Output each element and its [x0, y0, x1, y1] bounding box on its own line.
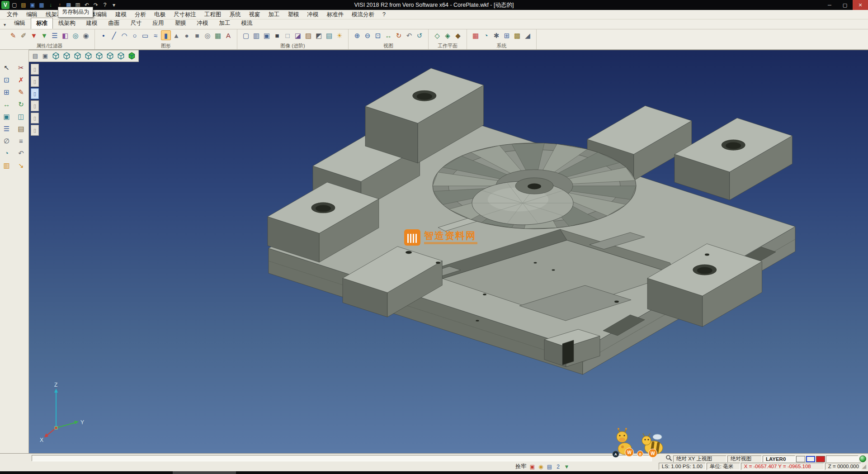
line-icon[interactable]: ╱: [109, 30, 119, 40]
circle-icon[interactable]: ○: [130, 30, 140, 40]
view-preset-4-icon[interactable]: ▯: [31, 100, 39, 111]
pin-icon[interactable]: ▼: [563, 463, 571, 470]
snap-lock-label[interactable]: 拴牢: [515, 463, 526, 470]
settings-icon[interactable]: ✱: [491, 30, 501, 40]
visi-logo[interactable]: V: [1, 1, 9, 9]
close-button[interactable]: ✕: [853, 0, 868, 10]
screen-icon[interactable]: ▣: [41, 52, 50, 61]
tab-0[interactable]: 编辑: [9, 18, 31, 29]
save-all-icon[interactable]: ▦: [38, 1, 46, 9]
background-icon[interactable]: ▤: [324, 30, 334, 40]
view-preset-3-icon[interactable]: ▯: [31, 88, 39, 99]
text-icon[interactable]: A: [223, 30, 233, 40]
active-color-swatch[interactable]: [816, 456, 825, 462]
wireframe-icon[interactable]: ▢: [241, 30, 251, 40]
rotate-view-icon[interactable]: ↻: [394, 30, 404, 40]
tab-5[interactable]: 尺寸: [125, 18, 147, 29]
color-grid-icon[interactable]: ▦: [471, 30, 481, 40]
pick-color-icon[interactable]: ◧: [60, 30, 70, 40]
refresh-view-icon[interactable]: ↺: [415, 30, 425, 40]
red-filter-icon[interactable]: ▼: [29, 30, 39, 40]
cone-icon[interactable]: ▲: [171, 30, 181, 40]
transparency-icon[interactable]: □: [283, 30, 292, 40]
point-icon[interactable]: •: [99, 30, 108, 40]
users-count-icon[interactable]: 2: [554, 463, 562, 470]
tab-8[interactable]: 冲模: [192, 18, 214, 29]
snap-grid-icon[interactable]: ⊞: [502, 30, 512, 40]
tab-10[interactable]: 模流: [236, 18, 258, 29]
attributes-info-icon[interactable]: ◉: [81, 30, 91, 40]
workplane-origin-icon[interactable]: ◈: [443, 30, 453, 40]
workplane-icon[interactable]: ◇: [432, 30, 442, 40]
tab-7[interactable]: 塑膜: [170, 18, 192, 29]
grid-icon[interactable]: ⊞: [2, 87, 12, 97]
camera-icon[interactable]: ◉: [537, 463, 545, 470]
view-preset-5-icon[interactable]: ▯: [31, 113, 39, 123]
view-mode-field[interactable]: 绝对 XY 上视图: [673, 455, 726, 463]
arc-icon[interactable]: ◠: [119, 30, 129, 40]
view-preset-2-icon[interactable]: ▯: [31, 76, 39, 87]
sphere-icon[interactable]: ●: [182, 30, 192, 40]
resize-grip[interactable]: ◢: [862, 463, 866, 470]
trim-icon[interactable]: ✂: [16, 62, 26, 72]
absolute-view-field[interactable]: 绝对视图: [727, 455, 762, 463]
visibility-icon[interactable]: ◎: [71, 30, 80, 40]
zoom-out-icon[interactable]: ⊖: [363, 30, 373, 40]
copy-properties-icon[interactable]: ✐: [19, 30, 28, 40]
right-view-icon[interactable]: [83, 51, 93, 61]
undo-tool-icon[interactable]: ↶: [16, 148, 26, 158]
view-preset-6-icon[interactable]: ▯: [31, 125, 39, 136]
layer-filter-icon[interactable]: ☰: [50, 30, 60, 40]
view-preset-1-icon[interactable]: ▯: [31, 64, 39, 75]
edit-properties-icon[interactable]: ✎: [8, 30, 18, 40]
calculator-icon[interactable]: ≡: [16, 136, 26, 146]
export-tool-icon[interactable]: ↘: [16, 160, 26, 170]
move-icon[interactable]: ↔: [2, 99, 12, 109]
bottom-view-icon[interactable]: [116, 51, 126, 61]
profile-icon[interactable]: ≈: [151, 30, 160, 40]
help-icon[interactable]: ?: [101, 1, 109, 9]
measure-icon[interactable]: ∅: [2, 136, 12, 146]
previous-view-icon[interactable]: ↶: [404, 30, 414, 40]
surface-icon[interactable]: ▦: [213, 30, 223, 40]
tab-2[interactable]: 线架构: [53, 18, 81, 29]
menu-item-13[interactable]: 塑模: [284, 10, 303, 19]
left-view-icon[interactable]: [105, 51, 115, 61]
texture-icon[interactable]: ▨: [303, 30, 313, 40]
menu-item-14[interactable]: 冲模: [303, 10, 323, 19]
white-swatch[interactable]: [796, 456, 805, 462]
mirror-icon[interactable]: ◫: [16, 111, 26, 121]
delete-icon[interactable]: ✗: [16, 75, 26, 85]
tab-4[interactable]: 曲面: [103, 18, 125, 29]
menu-item-15[interactable]: 标准件: [323, 10, 348, 19]
lighting-icon[interactable]: ☀: [335, 30, 344, 40]
display-list-icon[interactable]: ▤: [31, 52, 40, 61]
section-view-icon[interactable]: ◪: [293, 30, 303, 40]
shaded-view-icon[interactable]: [127, 51, 137, 61]
tab-6[interactable]: 应用: [147, 18, 170, 29]
workplane-align-icon[interactable]: ◆: [453, 30, 463, 40]
rotate-icon[interactable]: ↻: [16, 99, 26, 109]
zoom-fit-icon[interactable]: ⊡: [373, 30, 383, 40]
top-view-icon[interactable]: [61, 51, 71, 61]
notebook-icon[interactable]: ▤: [16, 123, 26, 133]
render-sphere-icon[interactable]: [859, 455, 866, 462]
save-icon[interactable]: ▣: [28, 1, 37, 9]
cylinder-icon[interactable]: ▮: [161, 30, 171, 40]
sketch-icon[interactable]: ✎: [16, 87, 26, 97]
copy-icon[interactable]: ▣: [2, 111, 12, 121]
globe-icon[interactable]: ◔: [481, 30, 491, 40]
horizontal-scrollbar[interactable]: [32, 455, 652, 461]
tab-overflow-caret[interactable]: ▾: [2, 22, 9, 29]
tab-1[interactable]: 标准: [31, 18, 53, 29]
history-icon[interactable]: ◔: [2, 148, 12, 158]
layers-icon[interactable]: ☰: [2, 123, 12, 133]
report-icon[interactable]: ▥: [2, 160, 12, 170]
open-file-icon[interactable]: ▤: [19, 1, 28, 9]
torus-icon[interactable]: ◎: [203, 30, 212, 40]
hidden-line-icon[interactable]: ▥: [251, 30, 261, 40]
rendered-icon[interactable]: ■: [272, 30, 282, 40]
new-file-icon[interactable]: ▢: [10, 1, 19, 9]
back-view-icon[interactable]: [94, 51, 104, 61]
select-icon[interactable]: ↖: [2, 62, 12, 72]
